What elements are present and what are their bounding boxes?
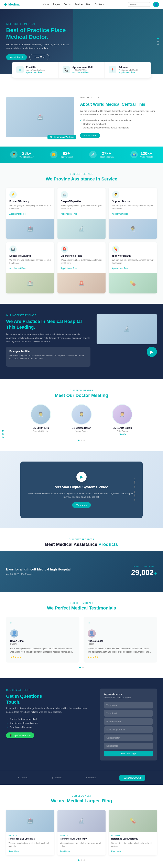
form-email-input[interactable]	[104, 710, 153, 717]
service-2-title: Deep of Expertise	[61, 200, 102, 203]
service-3-desc: We can give you best quality services fo…	[112, 204, 154, 210]
play-button[interactable]: ▶	[76, 472, 87, 482]
form-doctor-input[interactable]	[104, 735, 153, 741]
blog-3-tag: Hospital	[111, 834, 155, 837]
blog-dots-nav	[6, 860, 157, 861]
about-content: Our About Us About World Medical Central…	[80, 96, 157, 138]
testimonial-dot-2[interactable]	[82, 666, 84, 668]
side-dot-1[interactable]	[2, 430, 4, 432]
stat-1-label: World Specialist	[20, 156, 34, 158]
service-4-title: Doctor To Leading	[9, 254, 51, 257]
info-card-email-action[interactable]: Appointment Free	[26, 71, 45, 73]
stat-icon-4: 🌍	[130, 151, 138, 158]
nav-pages[interactable]: Pages	[53, 3, 60, 6]
hero-dot-1[interactable]	[157, 38, 159, 39]
contact-list-1: Applies for best medical all	[6, 717, 94, 721]
partner-1: ✦ Moretsz	[18, 777, 28, 779]
doctors-dot-1[interactable]	[78, 440, 79, 441]
nav-doctor[interactable]: Doctor	[63, 3, 71, 6]
phone-icon: 📞	[62, 66, 70, 73]
practice-side: 🔬 ▶	[97, 314, 157, 369]
info-card-phone-title: Appointment Call	[72, 66, 92, 69]
blog-2-link[interactable]: Read More	[60, 850, 70, 852]
blog-card-1: 🏥 Medical Reference Lab Efficiently We c…	[6, 810, 54, 856]
info-cards: ✉ Email Us admin@medinal.com Appointment…	[12, 62, 151, 78]
doctors-dot-2[interactable]	[81, 440, 82, 441]
blog-title: We are Medical Largest Blog	[6, 798, 157, 804]
products-counter-number: 29,002+	[131, 568, 157, 577]
side-dot-3[interactable]	[2, 437, 4, 438]
doctor-1-avatar: 👨‍⚕️	[31, 404, 51, 425]
hero-dot-2[interactable]	[157, 41, 159, 42]
form-submit-button[interactable]: Send Message	[104, 751, 153, 756]
doctors-label: Our Team Member	[6, 390, 157, 392]
blog-dot-1[interactable]	[78, 860, 79, 861]
service-3-link[interactable]: Appointment Free	[112, 213, 128, 215]
nav-home[interactable]: Home	[43, 3, 49, 6]
service-2-link[interactable]: Appointment Free	[61, 213, 77, 215]
testimonial-2-stars: ★★★★★	[88, 656, 153, 658]
testimonial-1-text: We are compelled to work well with quest…	[10, 647, 75, 654]
info-card-email-content: Email Us admin@medinal.com Appointment F…	[26, 66, 45, 73]
about-experience-badge: 40+ Experience Working	[48, 135, 76, 140]
form-date-input[interactable]	[104, 743, 153, 749]
blog-card-3: 💊 Hospital Reference Lab Efficiently We …	[109, 810, 157, 856]
about-list: Professional and expert staff of more ex…	[80, 119, 157, 129]
service-1-link[interactable]: Appointment Free	[9, 213, 26, 215]
doctors-dot-3[interactable]	[84, 440, 85, 441]
service-5-link[interactable]: Appointment Free	[61, 267, 77, 270]
blog-1-image: 🏥	[6, 810, 54, 832]
user-icon[interactable]: 👤	[153, 2, 159, 7]
practice-circle-btn[interactable]: ▶	[147, 347, 157, 357]
info-card-address-content: Address Burlington, VB 05401 Appointment…	[118, 66, 138, 73]
service-6-icon: 💊	[112, 246, 119, 253]
doctor-2-avatar: 👩‍⚕️	[71, 404, 92, 425]
hero-content: Welcome to Medinal Best of Practice Plac…	[6, 23, 74, 60]
search-input[interactable]	[127, 2, 151, 7]
side-dot-2[interactable]	[2, 433, 4, 435]
appointment-form: Appointments Available 24/7 Support Heal…	[100, 688, 157, 761]
service-4-link[interactable]: Appointment Free	[9, 267, 26, 270]
doctor-card-2: 👩‍⚕️ Dr. Merata Baron Senior Doctor	[63, 404, 100, 436]
form-phone-input[interactable]	[104, 718, 153, 725]
blog-3-link[interactable]: Read More	[111, 850, 121, 852]
service-5-image: 🚨	[57, 273, 106, 293]
service-5-desc: We can give you best quality services fo…	[61, 258, 102, 265]
hero-subtitle: Welcome to Medinal	[6, 23, 74, 25]
about-more-button[interactable]: About More	[80, 133, 100, 138]
form-name-input[interactable]	[104, 702, 153, 709]
nav-blog[interactable]: Blog	[86, 3, 91, 6]
info-card-phone-action[interactable]: Appointment Free	[72, 71, 92, 73]
info-card-address-action[interactable]: Appointment Free	[118, 71, 138, 73]
nav-contacts[interactable]: Contacts	[95, 3, 104, 6]
send-request-button[interactable]: SEND REQUEST	[119, 775, 145, 781]
stat-divider-2	[81, 151, 81, 159]
blog-dot-3[interactable]	[84, 860, 85, 861]
service-6-link[interactable]: Appointment Free	[112, 267, 128, 270]
partner-3: ✦ Moretsz	[86, 777, 96, 779]
hero-dot-3[interactable]	[157, 43, 159, 45]
blog-dot-2[interactable]	[81, 860, 82, 861]
stat-2-label: Happy Doctors	[59, 156, 73, 158]
stats-bar: 👨‍⚕️ 28k+ World Specialist 😊 92+ Happy D…	[0, 147, 163, 163]
info-card-email-subtitle: admin@medinal.com	[26, 69, 45, 71]
service-3-title: Support Doctor	[112, 200, 154, 203]
testimonial-dot-1[interactable]	[79, 666, 81, 668]
stat-4-number: 120k+	[140, 151, 153, 156]
doctor-3-title: Chief Doctor	[104, 430, 141, 432]
blog-section: Our Blog Next We are Medical Largest Blo…	[0, 785, 163, 868]
video-more-button[interactable]: View More	[72, 502, 91, 508]
hero-learn-button[interactable]: Learn More	[29, 54, 49, 60]
nav-service[interactable]: Service	[74, 3, 83, 6]
products-title: Best Medical Assistance Products	[6, 542, 157, 547]
service-card-1: ⚡ Foster Efficiency We can give you best…	[6, 188, 54, 239]
navbar: ✚ Medinal Home Pages Doctor Service Blog…	[0, 0, 163, 9]
blog-1-link[interactable]: Read More	[8, 850, 19, 852]
stat-1: 👨‍⚕️ 28k+ World Specialist	[10, 151, 34, 158]
service-card-6: 💊 Highly of Health We can give you best …	[109, 242, 157, 293]
whatsapp-button[interactable]: 📱 Appointment Call	[6, 733, 34, 738]
video-box: ▶ Personal Digital Systems Video. We can…	[20, 462, 143, 518]
stat-3: 💉 27k+ Patient Recovery	[89, 151, 114, 158]
hero-appointment-button[interactable]: Appointment	[6, 54, 27, 60]
form-department-input[interactable]	[104, 726, 153, 733]
